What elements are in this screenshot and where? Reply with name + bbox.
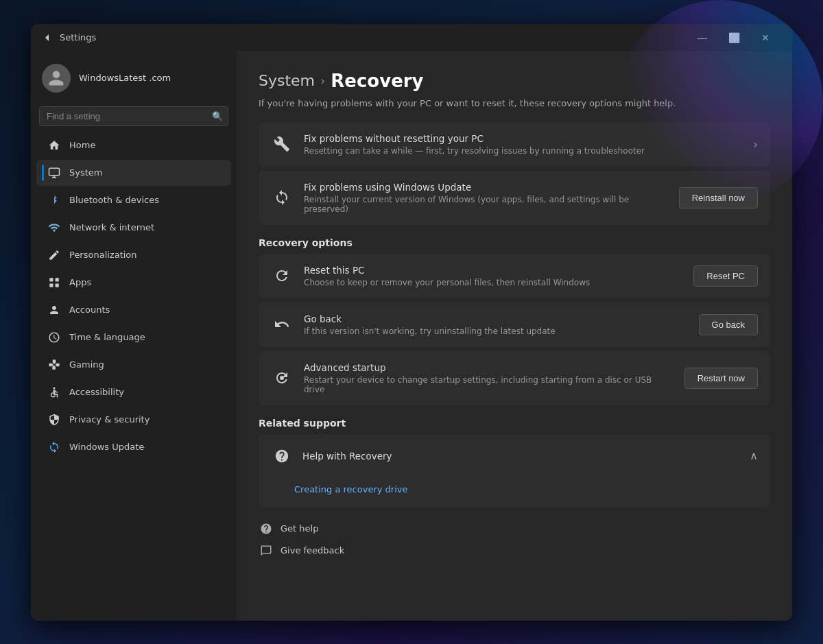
restart-now-button[interactable]: Restart now <box>684 368 758 389</box>
page-subtitle: If you're having problems with your PC o… <box>259 98 770 108</box>
sidebar-item-home-label: Home <box>69 140 95 150</box>
reinstall-now-button[interactable]: Reinstall now <box>679 187 758 208</box>
network-icon <box>47 221 61 235</box>
fix-without-reset-title: Fix problems without resetting your PC <box>304 133 743 144</box>
give-feedback-label: Give feedback <box>281 545 344 556</box>
privacy-icon <box>47 413 61 427</box>
sidebar-item-gaming[interactable]: Gaming <box>36 352 231 378</box>
home-icon <box>47 139 61 152</box>
svg-rect-3 <box>49 283 53 287</box>
footer-links: Get help Give feedback <box>259 521 770 558</box>
sidebar-item-accounts-label: Accounts <box>69 305 110 315</box>
sidebar-item-accessibility-label: Accessibility <box>69 387 124 397</box>
sidebar-item-personalization-label: Personalization <box>69 250 137 260</box>
fix-without-reset-desc: Resetting can take a while — first, try … <box>304 146 743 156</box>
sidebar-item-accessibility[interactable]: Accessibility <box>36 379 231 405</box>
maximize-button[interactable]: ⬜ <box>718 27 750 49</box>
sidebar-item-update-label: Windows Update <box>69 442 144 452</box>
sidebar-item-privacy-label: Privacy & security <box>69 414 150 425</box>
user-profile[interactable]: WindowsLatest .com <box>31 57 237 104</box>
sidebar-item-apps-label: Apps <box>69 277 91 287</box>
search-icon: 🔍 <box>212 111 223 121</box>
get-help-link[interactable]: Get help <box>259 521 770 536</box>
minimize-button[interactable]: — <box>687 27 718 49</box>
close-button[interactable]: ✕ <box>750 27 781 49</box>
advanced-startup-desc: Restart your device to change startup se… <box>304 375 673 394</box>
get-help-icon <box>259 521 274 536</box>
fix-without-reset-action: › <box>754 138 758 151</box>
recovery-options-label: Recovery options <box>259 237 770 248</box>
accessibility-icon <box>47 385 61 399</box>
sidebar-item-personalization[interactable]: Personalization <box>36 242 231 268</box>
bluetooth-icon <box>47 193 61 207</box>
sidebar-item-time-label: Time & language <box>69 332 145 342</box>
help-recovery-title: Help with Recovery <box>302 451 740 462</box>
reset-pc-card: Reset this PC Choose to keep or remove y… <box>259 254 770 298</box>
reset-icon <box>271 265 293 287</box>
sidebar-item-update[interactable]: Windows Update <box>36 434 231 460</box>
breadcrumb-separator: › <box>320 73 325 88</box>
window-controls: — ⬜ ✕ <box>687 27 781 49</box>
help-recovery-card: Help with Recovery ∧ Creating a recovery… <box>259 434 770 508</box>
content-area: WindowsLatest .com 🔍 Home System <box>31 51 792 621</box>
sidebar-item-accounts[interactable]: Accounts <box>36 297 231 323</box>
advanced-startup-card: Advanced startup Restart your device to … <box>259 351 770 405</box>
sidebar-item-privacy[interactable]: Privacy & security <box>36 407 231 433</box>
fix-icon <box>271 133 293 155</box>
reset-pc-action: Reset PC <box>693 265 758 287</box>
go-back-button[interactable]: Go back <box>699 314 758 335</box>
give-feedback-link[interactable]: Give feedback <box>259 543 770 558</box>
get-help-label: Get help <box>281 523 318 534</box>
svg-point-6 <box>280 376 284 380</box>
reset-pc-button[interactable]: Reset PC <box>693 265 758 287</box>
sidebar-item-network[interactable]: Network & internet <box>36 215 231 241</box>
time-icon <box>47 331 61 344</box>
go-back-text: Go back If this version isn't working, t… <box>304 313 688 336</box>
titlebar-title: Settings <box>60 32 687 43</box>
search-input[interactable] <box>39 106 228 126</box>
help-recovery-header[interactable]: Help with Recovery ∧ <box>259 434 770 478</box>
breadcrumb: System › Recovery <box>259 71 770 91</box>
recovery-drive-link[interactable]: Creating a recovery drive <box>294 484 407 494</box>
titlebar: Settings — ⬜ ✕ <box>31 24 792 51</box>
update-icon <box>47 440 61 454</box>
sidebar-item-apps[interactable]: Apps <box>36 270 231 296</box>
accounts-icon <box>47 303 61 317</box>
svg-point-5 <box>53 387 56 389</box>
sidebar-item-system[interactable]: System <box>36 160 231 186</box>
back-button[interactable] <box>42 32 53 43</box>
breadcrumb-parent[interactable]: System <box>259 72 315 89</box>
fix-without-reset-card[interactable]: Fix problems without resetting your PC R… <box>259 122 770 167</box>
sidebar: WindowsLatest .com 🔍 Home System <box>31 51 237 621</box>
sidebar-item-bluetooth-label: Bluetooth & devices <box>69 195 159 205</box>
fix-with-update-title: Fix problems using Windows Update <box>304 182 668 193</box>
svg-rect-4 <box>56 283 59 287</box>
go-back-title: Go back <box>304 313 688 324</box>
settings-window: Settings — ⬜ ✕ WindowsLatest .com 🔍 <box>31 24 792 621</box>
reset-pc-title: Reset this PC <box>304 265 682 276</box>
main-panel: System › Recovery If you're having probl… <box>237 51 792 621</box>
search-box[interactable]: 🔍 <box>39 106 228 126</box>
sidebar-item-gaming-label: Gaming <box>69 359 104 370</box>
svg-rect-1 <box>49 278 53 281</box>
help-recovery-icon <box>271 445 293 467</box>
sidebar-item-bluetooth[interactable]: Bluetooth & devices <box>36 187 231 213</box>
go-back-desc: If this version isn't working, try unins… <box>304 326 688 336</box>
help-recovery-body: Creating a recovery drive <box>259 478 770 508</box>
chevron-right-icon: › <box>754 138 758 151</box>
apps-icon <box>47 276 61 289</box>
fix-with-update-text: Fix problems using Windows Update Reinst… <box>304 182 668 214</box>
sidebar-item-time[interactable]: Time & language <box>36 324 231 350</box>
advanced-startup-text: Advanced startup Restart your device to … <box>304 362 673 394</box>
svg-rect-2 <box>56 278 59 281</box>
breadcrumb-current: Recovery <box>331 71 423 91</box>
advanced-startup-icon <box>271 367 293 389</box>
go-back-icon <box>271 313 293 335</box>
sidebar-item-home[interactable]: Home <box>36 132 231 158</box>
chevron-up-icon: ∧ <box>750 449 758 462</box>
sidebar-item-system-label: System <box>69 167 102 178</box>
username: WindowsLatest .com <box>79 73 171 83</box>
reinstall-icon <box>271 187 293 208</box>
advanced-startup-title: Advanced startup <box>304 362 673 373</box>
advanced-startup-action: Restart now <box>684 368 758 389</box>
